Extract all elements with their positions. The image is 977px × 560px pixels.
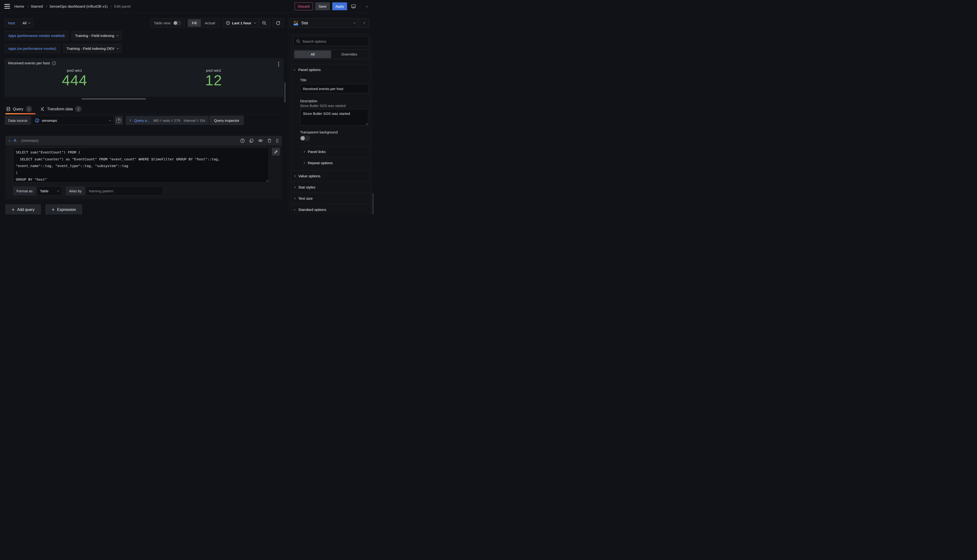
breadcrumb-home[interactable]: Home xyxy=(14,4,24,8)
discard-button[interactable]: Discard xyxy=(294,2,313,10)
pane-resize-handle[interactable] xyxy=(82,98,146,100)
tab-transform-data[interactable]: Transform data 2 xyxy=(40,104,84,114)
datasource-help-icon[interactable]: ? xyxy=(115,116,123,125)
apply-button[interactable]: Apply xyxy=(332,2,347,10)
add-query-button[interactable]: + Add query xyxy=(5,205,41,215)
main-scrollbar-thumb[interactable] xyxy=(284,82,286,103)
repeat-options-expander[interactable]: Repeat options xyxy=(291,158,371,168)
influxdb-logo-icon xyxy=(35,118,40,123)
alias-input[interactable]: Naming pattern xyxy=(86,187,163,195)
datasource-select[interactable]: senseops xyxy=(32,116,114,125)
chevron-down-icon xyxy=(353,22,355,23)
query-options-link: Query o... xyxy=(134,118,150,122)
query-options-expander[interactable]: Query o... MD = auto = 279 Interval = 15… xyxy=(126,116,209,125)
chevron-right-icon xyxy=(294,198,296,200)
panel-title: Received events per host xyxy=(8,61,50,65)
query-ref-id[interactable]: A xyxy=(14,138,17,143)
actual-option[interactable]: Actual xyxy=(201,19,219,27)
visualization-name: Stat xyxy=(301,21,308,25)
datasource-row: Data source senseops ? Query o... MD = a… xyxy=(5,116,288,125)
monitor-icon[interactable] xyxy=(350,2,358,10)
table-view-label: Table view xyxy=(154,21,171,25)
panel-title-input[interactable]: Received events per host xyxy=(300,84,368,93)
transparent-background-label: Transparent background xyxy=(300,130,368,134)
collapse-query-chevron-icon[interactable] xyxy=(8,139,10,141)
filter-training-field-indexing-dev-dropdown[interactable]: Training - Field indexing DEV xyxy=(63,44,122,53)
panel-menu-kebab-icon[interactable] xyxy=(276,62,281,67)
pane-size-segmented: Fill Actual xyxy=(187,18,220,28)
collapse-topbar-chevron-icon[interactable] xyxy=(363,2,371,10)
filter-training-field-indexing-dropdown[interactable]: Training - Field indexing xyxy=(72,31,121,40)
time-range-group: Last 1 hour xyxy=(223,18,270,28)
breadcrumb-edit-panel: Edit panel xyxy=(114,4,131,8)
refresh-icon[interactable] xyxy=(273,18,284,28)
filter-apps-no-perf[interactable]: Apps (no performance monitor) xyxy=(5,44,60,53)
duplicate-query-icon[interactable] xyxy=(249,138,254,143)
panel-links-expander[interactable]: Panel links xyxy=(291,146,371,157)
breadcrumb-dashboard[interactable]: SenseOps dashboard (InfluxDB v1) xyxy=(49,4,107,8)
panel-edit-main: host All Table view Fill Actual xyxy=(0,13,288,215)
fill-option[interactable]: Fill xyxy=(188,19,201,27)
add-expression-button[interactable]: + Expression xyxy=(45,205,82,215)
stat-host-value: 12 xyxy=(205,73,222,88)
chevron-down-icon xyxy=(254,22,256,23)
variable-host-value-dropdown[interactable]: All xyxy=(20,18,33,28)
delete-query-trash-icon[interactable] xyxy=(268,138,271,143)
hide-query-eye-icon[interactable] xyxy=(258,139,263,143)
query-row-header[interactable]: A (senseops) xyxy=(5,136,282,145)
section-standard-options[interactable]: Standard options xyxy=(291,204,371,215)
description-hint: Since Butler SOS was started xyxy=(300,104,368,108)
section-text-size[interactable]: Text size xyxy=(291,193,371,204)
edit-query-pencil-icon[interactable] xyxy=(272,148,280,156)
influxql-query-textarea[interactable]: SELECT sum("EventCount") FROM ( SELECT s… xyxy=(13,148,269,183)
search-options-input[interactable]: Search options xyxy=(293,37,368,46)
table-view-toggle[interactable] xyxy=(173,21,181,25)
filter-apps-perf-enabled[interactable]: Apps (performance monitor enabled) xyxy=(5,31,68,40)
transparent-background-toggle[interactable] xyxy=(300,136,310,141)
tab-overrides[interactable]: Overrides xyxy=(331,50,368,58)
clock-icon xyxy=(226,21,230,25)
tab-all[interactable]: All xyxy=(294,50,331,58)
chevron-down-icon xyxy=(117,34,119,36)
format-as-select[interactable]: Table xyxy=(37,187,62,195)
chevron-down-icon xyxy=(57,190,59,192)
textarea-resize-handle[interactable] xyxy=(266,180,268,182)
section-stat-styles[interactable]: Stat styles xyxy=(291,182,371,193)
transform-icon xyxy=(40,107,45,111)
variable-host-label[interactable]: host xyxy=(5,18,18,28)
textarea-resize-handle[interactable] xyxy=(365,122,368,125)
stat-item: pro2-win2 12 xyxy=(144,68,283,88)
chevron-right-icon xyxy=(303,151,305,153)
query-datasource-hint: (senseops) xyxy=(21,139,38,143)
expand-viz-list-chevron-icon[interactable] xyxy=(358,18,369,27)
time-range-picker[interactable]: Last 1 hour xyxy=(223,21,259,25)
query-inspector-button[interactable]: Query inspector xyxy=(210,116,244,125)
chevron-down-icon xyxy=(109,119,111,121)
chevron-down-icon xyxy=(294,208,296,210)
menu-icon[interactable] xyxy=(4,4,10,9)
query-help-icon[interactable] xyxy=(240,138,245,143)
format-row: Format as Table Alias by Naming pattern xyxy=(13,187,282,195)
description-label: Description xyxy=(300,99,368,103)
zoom-out-time-icon[interactable] xyxy=(259,18,270,27)
tab-query[interactable]: Query 1 xyxy=(6,104,34,114)
plus-icon: + xyxy=(52,207,55,212)
panel-options-sidebar: 12.4 Stat Search options All Overrides xyxy=(288,13,374,215)
plus-icon: + xyxy=(12,207,15,212)
options-scrollbar-thumb[interactable] xyxy=(372,193,373,215)
info-icon[interactable] xyxy=(52,61,56,65)
max-data-points-value: MD = auto = 279 xyxy=(153,118,180,122)
stat-panel: Received events per host pro2-win1 444 p… xyxy=(5,58,283,97)
save-button[interactable]: Save xyxy=(315,2,330,10)
search-icon xyxy=(296,39,300,43)
drag-handle-icon[interactable] xyxy=(276,139,279,143)
chevron-right-icon xyxy=(294,187,296,188)
breadcrumb-starred[interactable]: Starred xyxy=(31,4,43,8)
section-value-options[interactable]: Value options xyxy=(291,171,371,182)
panel-description-textarea[interactable]: Since Butler SOS was started xyxy=(300,109,368,126)
tab-transform-label: Transform data xyxy=(47,107,73,111)
panel-options-header[interactable]: Panel options xyxy=(291,64,371,75)
chevron-down-icon xyxy=(294,68,296,70)
options-filter-tabs: All Overrides xyxy=(293,50,368,59)
visualization-picker[interactable]: 12.4 Stat xyxy=(289,18,369,28)
